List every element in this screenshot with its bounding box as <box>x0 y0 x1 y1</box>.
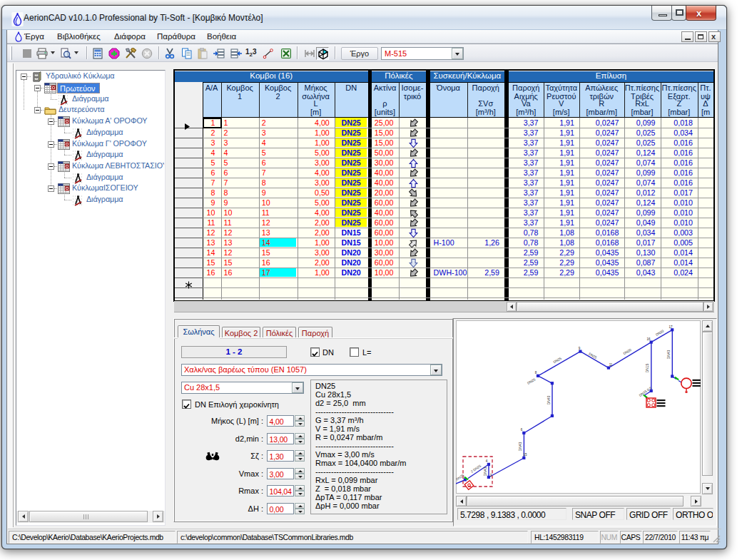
svg-text:8: 8 <box>535 371 537 375</box>
svg-text:6: 6 <box>521 428 523 432</box>
svg-text:9: 9 <box>579 347 581 350</box>
svg-text:4: 4 <box>486 459 488 463</box>
svg-text:DN40: DN40 <box>667 350 671 360</box>
svg-text:16: 16 <box>646 337 651 341</box>
svg-text:17: 17 <box>669 325 673 329</box>
svg-text:DN15: DN15 <box>646 364 649 373</box>
svg-text:11: 11 <box>609 363 613 367</box>
svg-text:2 DN25: 2 DN25 <box>470 464 482 474</box>
svg-text:DN40: DN40 <box>519 442 522 452</box>
svg-text:DN25: DN25 <box>527 377 536 385</box>
svg-text:DN40: DN40 <box>547 396 551 405</box>
svg-text:DN40: DN40 <box>484 467 487 477</box>
svg-text:15: 15 <box>523 453 527 457</box>
